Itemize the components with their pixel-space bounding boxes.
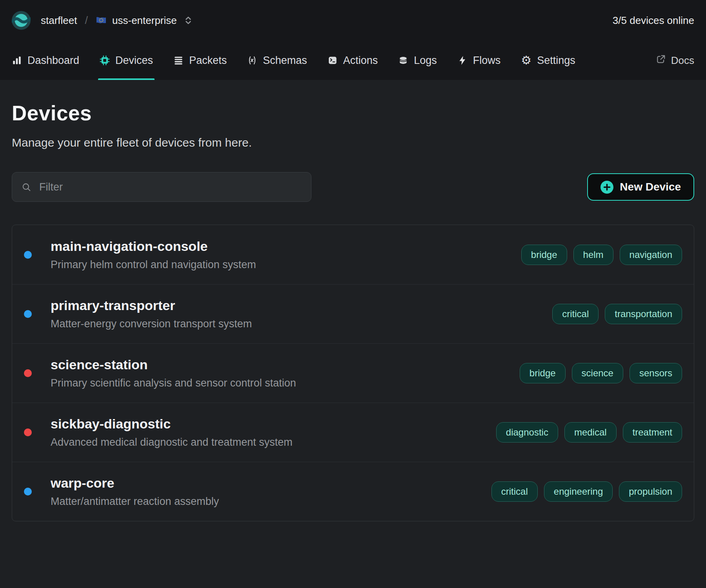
tab-label: Packets [189,54,227,67]
device-row[interactable]: science-station Primary scientific analy… [12,343,694,403]
device-tag: bridge [521,245,567,265]
device-tag: helm [573,245,613,265]
bolt-icon [457,55,468,65]
tab-settings[interactable]: ⚙ Settings [521,41,575,80]
docs-link[interactable]: Docs [656,41,694,80]
device-description: Primary helm control and navigation syst… [51,259,256,271]
device-row[interactable]: sickbay-diagnostic Advanced medical diag… [12,403,694,462]
device-tag: critical [552,304,599,324]
plus-icon [600,181,613,194]
device-description: Matter/antimatter reaction assembly [51,495,219,508]
device-row[interactable]: primary-transporter Matter-energy conver… [12,284,694,343]
main-content: Devices Manage your entire fleet of devi… [0,101,706,521]
device-tag: medical [564,422,617,443]
device-tag: critical [491,481,538,502]
chip-icon [100,55,110,65]
device-info: sickbay-diagnostic Advanced medical diag… [51,416,293,448]
device-status-dot [24,428,32,436]
filter-box [12,172,311,202]
device-info: science-station Primary scientific analy… [51,357,296,389]
tab-actions[interactable]: Actions [328,41,378,80]
tab-devices[interactable]: Devices [100,41,153,80]
tab-flows[interactable]: Flows [457,41,501,80]
device-row[interactable]: main-navigation-console Primary helm con… [12,225,694,284]
device-info: warp-core Matter/antimatter reaction ass… [51,475,219,508]
device-list: main-navigation-console Primary helm con… [12,225,694,521]
lines-icon [173,55,184,65]
tab-label: Devices [115,54,153,67]
tab-label: Actions [343,54,378,67]
devices-online-status: 3/5 devices online [613,15,694,27]
device-tag: propulsion [619,481,682,502]
device-tags: diagnosticmedicaltreatment [496,422,682,443]
new-device-button[interactable]: New Device [587,173,694,201]
device-status-dot [24,369,32,377]
tab-dashboard[interactable]: Dashboard [12,41,79,80]
device-tag: navigation [620,245,682,265]
tab-label: Logs [414,54,437,67]
device-tag: diagnostic [496,422,558,443]
device-status-dot [24,488,32,495]
tab-logs[interactable]: Logs [398,41,437,80]
device-name: primary-transporter [51,298,252,313]
tab-schemas[interactable]: Schemas [247,41,307,80]
device-tag: sensors [630,363,682,383]
page-title: Devices [12,101,694,125]
device-tags: bridgesciencesensors [520,363,682,383]
device-info: main-navigation-console Primary helm con… [51,239,256,271]
device-tags: bridgehelmnavigation [521,245,682,265]
device-name: warp-core [51,475,219,491]
tab-label: Schemas [263,54,307,67]
device-name: sickbay-diagnostic [51,416,293,432]
docs-label: Docs [671,54,694,67]
tab-label: Flows [473,54,501,67]
device-tags: criticaltransportation [552,304,682,324]
new-device-label: New Device [620,181,681,193]
gear-icon: ⚙ [521,54,531,66]
breadcrumb-separator: / [85,15,88,27]
filter-input[interactable] [38,181,302,194]
toolbar: New Device [12,172,694,202]
device-description: Advanced medical diagnostic and treatmen… [51,436,293,448]
device-row[interactable]: warp-core Matter/antimatter reaction ass… [12,462,694,521]
parens-x-icon [247,55,257,65]
tab-packets[interactable]: Packets [173,41,227,80]
device-description: Matter-energy conversion transport syste… [51,318,252,330]
eu-flag-icon [96,16,107,25]
device-description: Primary scientific analysis and sensor c… [51,377,296,389]
device-tag: engineering [544,481,613,502]
device-status-dot [24,310,32,318]
device-tags: criticalengineeringpropulsion [491,481,682,502]
terminal-icon [328,55,338,65]
device-tag: treatment [623,422,682,443]
project-switcher-chevrons-icon[interactable] [183,15,193,25]
device-status-dot [24,251,32,259]
bar-chart-icon [12,55,22,65]
page-subtitle: Manage your entire fleet of devices from… [12,136,694,149]
breadcrumb-org[interactable]: starfleet [41,15,77,27]
device-info: primary-transporter Matter-energy conver… [51,298,252,330]
device-tag: transportation [605,304,682,324]
breadcrumb-project[interactable]: uss-enterprise [112,15,177,27]
tab-label: Settings [537,54,575,67]
external-link-icon [656,54,666,67]
device-name: main-navigation-console [51,239,256,254]
top-bar: starfleet / uss-enterprise 3/5 devices o… [0,0,706,41]
device-tag: bridge [520,363,566,383]
main-nav: Dashboard Devices Packets [0,41,706,80]
device-tag: science [572,363,623,383]
app-logo-icon[interactable] [12,11,31,30]
device-name: science-station [51,357,296,372]
tab-label: Dashboard [27,54,79,67]
database-icon [398,55,408,65]
search-icon [22,182,31,192]
